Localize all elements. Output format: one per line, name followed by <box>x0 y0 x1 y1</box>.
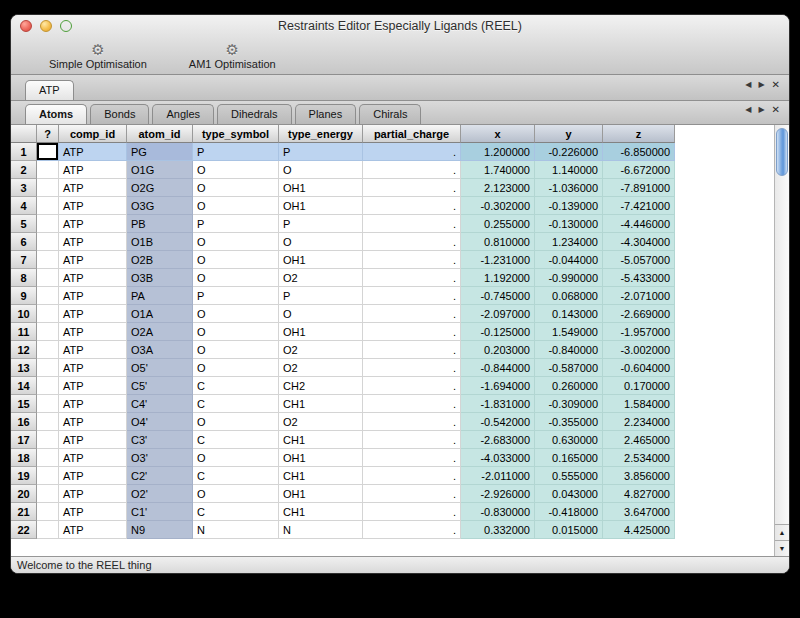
cell-comp_id[interactable]: ATP <box>59 377 127 395</box>
cell-partial_charge[interactable]: . <box>363 521 461 539</box>
tab-scroll-right-icon[interactable]: ▶ <box>758 106 764 114</box>
cell-atom_id[interactable]: O4' <box>127 413 193 431</box>
cell-atom_id[interactable]: O2B <box>127 251 193 269</box>
cell-type_symbol[interactable]: O <box>193 305 279 323</box>
vertical-scrollbar[interactable]: ▲ ▼ <box>774 125 789 556</box>
cell-select[interactable] <box>37 341 59 359</box>
cell-select[interactable] <box>37 521 59 539</box>
column-header-y[interactable]: y <box>535 125 603 143</box>
cell-z[interactable]: 2.234000 <box>603 413 675 431</box>
cell-comp_id[interactable]: ATP <box>59 341 127 359</box>
row-header[interactable]: 17 <box>11 431 37 449</box>
column-header-atom_id[interactable]: atom_id <box>127 125 193 143</box>
cell-type_symbol[interactable]: C <box>193 467 279 485</box>
cell-comp_id[interactable]: ATP <box>59 305 127 323</box>
sheet-tab-planes[interactable]: Planes <box>295 104 357 124</box>
cell-comp_id[interactable]: ATP <box>59 233 127 251</box>
cell-type_symbol[interactable]: C <box>193 395 279 413</box>
cell-atom_id[interactable]: O2G <box>127 179 193 197</box>
cell-atom_id[interactable]: O3B <box>127 269 193 287</box>
cell-type_energy[interactable]: P <box>279 215 363 233</box>
cell-partial_charge[interactable]: . <box>363 359 461 377</box>
cell-atom_id[interactable]: C2' <box>127 467 193 485</box>
cell-z[interactable]: -7.421000 <box>603 197 675 215</box>
cell-x[interactable]: 0.255000 <box>461 215 535 233</box>
cell-partial_charge[interactable]: . <box>363 161 461 179</box>
scroll-up-button[interactable]: ▲ <box>775 524 789 540</box>
cell-type_symbol[interactable]: C <box>193 431 279 449</box>
cell-y[interactable]: -0.418000 <box>535 503 603 521</box>
cell-select[interactable] <box>37 287 59 305</box>
cell-atom_id[interactable]: O2A <box>127 323 193 341</box>
cell-type_symbol[interactable]: O <box>193 161 279 179</box>
scroll-down-button[interactable]: ▼ <box>775 540 789 556</box>
cell-x[interactable]: -2.097000 <box>461 305 535 323</box>
cell-x[interactable]: -1.231000 <box>461 251 535 269</box>
row-header[interactable]: 10 <box>11 305 37 323</box>
cell-y[interactable]: -0.840000 <box>535 341 603 359</box>
cell-atom_id[interactable]: C1' <box>127 503 193 521</box>
row-header[interactable]: 12 <box>11 341 37 359</box>
tab-scroll-right-icon[interactable]: ▶ <box>758 81 764 89</box>
cell-select[interactable] <box>37 377 59 395</box>
cell-type_energy[interactable]: O2 <box>279 413 363 431</box>
column-header-comp_id[interactable]: comp_id <box>59 125 127 143</box>
row-header[interactable]: 11 <box>11 323 37 341</box>
cell-type_energy[interactable]: OH1 <box>279 251 363 269</box>
column-header-partial_charge[interactable]: partial_charge <box>363 125 461 143</box>
cell-z[interactable]: -6.672000 <box>603 161 675 179</box>
cell-y[interactable]: 0.068000 <box>535 287 603 305</box>
cell-type_symbol[interactable]: O <box>193 251 279 269</box>
cell-type_symbol[interactable]: P <box>193 287 279 305</box>
cell-select[interactable] <box>37 467 59 485</box>
cell-comp_id[interactable]: ATP <box>59 197 127 215</box>
row-header[interactable]: 18 <box>11 449 37 467</box>
tab-close-icon[interactable]: ✕ <box>772 80 780 90</box>
cell-type_symbol[interactable]: C <box>193 377 279 395</box>
cell-partial_charge[interactable]: . <box>363 287 461 305</box>
cell-partial_charge[interactable]: . <box>363 179 461 197</box>
row-header[interactable]: 22 <box>11 521 37 539</box>
cell-z[interactable]: 4.425000 <box>603 521 675 539</box>
cell-partial_charge[interactable]: . <box>363 431 461 449</box>
cell-x[interactable]: -2.926000 <box>461 485 535 503</box>
cell-partial_charge[interactable]: . <box>363 485 461 503</box>
simple-optimisation-button[interactable]: ⚙ Simple Optimisation <box>41 41 155 71</box>
cell-comp_id[interactable]: ATP <box>59 215 127 233</box>
row-header[interactable]: 13 <box>11 359 37 377</box>
cell-partial_charge[interactable]: . <box>363 467 461 485</box>
cell-type_symbol[interactable]: O <box>193 485 279 503</box>
column-header-z[interactable]: z <box>603 125 675 143</box>
cell-z[interactable]: -1.957000 <box>603 323 675 341</box>
cell-select[interactable] <box>37 215 59 233</box>
cell-x[interactable]: -0.125000 <box>461 323 535 341</box>
cell-comp_id[interactable]: ATP <box>59 359 127 377</box>
column-header-type_energy[interactable]: type_energy <box>279 125 363 143</box>
cell-partial_charge[interactable]: . <box>363 251 461 269</box>
cell-atom_id[interactable]: O5' <box>127 359 193 377</box>
cell-type_energy[interactable]: CH1 <box>279 431 363 449</box>
row-header[interactable]: 2 <box>11 161 37 179</box>
cell-x[interactable]: -4.033000 <box>461 449 535 467</box>
cell-select[interactable] <box>37 485 59 503</box>
cell-type_energy[interactable]: CH1 <box>279 395 363 413</box>
row-header[interactable]: 5 <box>11 215 37 233</box>
cell-z[interactable]: 3.856000 <box>603 467 675 485</box>
cell-type_symbol[interactable]: O <box>193 323 279 341</box>
cell-partial_charge[interactable]: . <box>363 197 461 215</box>
cell-x[interactable]: 0.332000 <box>461 521 535 539</box>
cell-z[interactable]: 1.584000 <box>603 395 675 413</box>
cell-comp_id[interactable]: ATP <box>59 467 127 485</box>
cell-x[interactable]: -0.542000 <box>461 413 535 431</box>
cell-y[interactable]: 1.549000 <box>535 323 603 341</box>
cell-select[interactable] <box>37 413 59 431</box>
cell-partial_charge[interactable]: . <box>363 377 461 395</box>
cell-comp_id[interactable]: ATP <box>59 323 127 341</box>
cell-type_energy[interactable]: OH1 <box>279 179 363 197</box>
cell-y[interactable]: 0.555000 <box>535 467 603 485</box>
cell-z[interactable]: 0.170000 <box>603 377 675 395</box>
cell-x[interactable]: -0.844000 <box>461 359 535 377</box>
cell-type_symbol[interactable]: O <box>193 269 279 287</box>
cell-atom_id[interactable]: O1B <box>127 233 193 251</box>
cell-atom_id[interactable]: C4' <box>127 395 193 413</box>
